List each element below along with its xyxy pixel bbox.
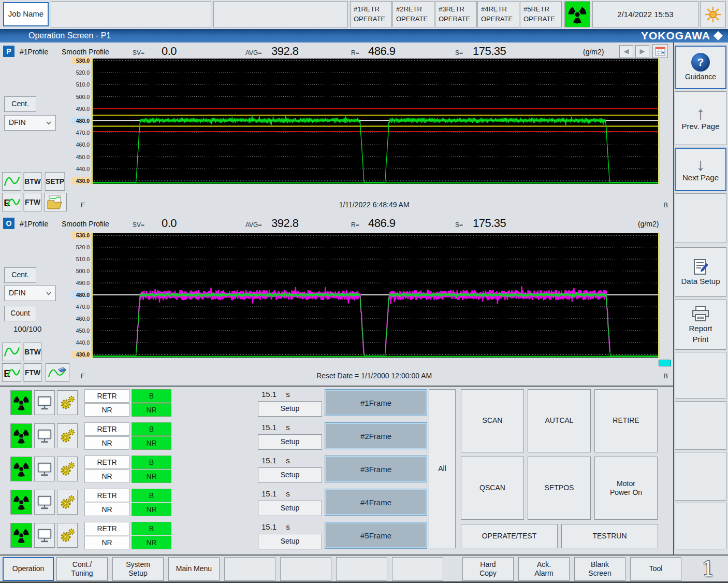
chart-p-wave-button[interactable] [2, 172, 21, 191]
detector-1-monitor-button[interactable] [34, 390, 55, 415]
detector-5-monitor-button[interactable] [34, 523, 55, 548]
chart-o-wave-button[interactable] [2, 343, 21, 361]
scan-time-value: 15.1 [261, 489, 276, 498]
data-setup-button[interactable]: Data Setup [675, 247, 726, 297]
scan-time-value: 15.1 [261, 522, 276, 531]
bottom-tab-system-setup[interactable]: System Setup [112, 557, 164, 581]
frame-1-button[interactable]: #1Frame [325, 389, 427, 416]
detector-4-monitor-button[interactable] [34, 490, 55, 515]
detector-2-monitor-button[interactable] [34, 423, 55, 448]
qscan-button[interactable]: QSCAN [461, 457, 524, 520]
radiation-icon [12, 460, 30, 478]
sidebar-empty-slot-2 [675, 352, 726, 399]
chart-o-count-value: 100/100 [13, 324, 41, 333]
bottom-tab-cont-tuning[interactable]: Cont./ Tuning [56, 557, 108, 581]
scan-label: SCAN [483, 416, 503, 425]
profile-prev-button[interactable]: ◀ [619, 45, 633, 58]
brightness-button[interactable] [700, 1, 726, 27]
retr-operate-cell-1: #1RETROPERATE [350, 1, 392, 27]
chart-p-setp-button[interactable]: SETP [45, 172, 65, 191]
frame-3-button[interactable]: #3Frame [325, 456, 427, 482]
detector-5-settings-button[interactable] [57, 523, 78, 548]
frame-2-button[interactable]: #2Frame [325, 422, 427, 449]
detector-5-radiation-button[interactable] [10, 523, 32, 548]
setpos-button[interactable]: SETPOS [528, 457, 591, 520]
chart-p-ftw-button[interactable]: FTW [24, 193, 42, 211]
frame-4-button[interactable]: #4Frame [325, 489, 427, 516]
testrun-button[interactable]: TESTRUN [561, 524, 658, 548]
radiation-icon [12, 527, 30, 544]
arrow-up-icon: ↑ [696, 105, 705, 121]
frame-2-setup-button[interactable]: Setup [258, 434, 322, 450]
chart-o-btw-button[interactable]: BTW [24, 343, 42, 361]
radiation-icon [12, 394, 30, 411]
detector-1-radiation-button[interactable] [10, 390, 32, 415]
profile-table-view-button[interactable] [652, 44, 668, 58]
detector-5-nr-cell: NR [84, 536, 129, 549]
monitor-icon [36, 428, 53, 444]
chart-p-channel-select[interactable]: DFIN [4, 115, 56, 131]
scan-button[interactable]: SCAN [461, 389, 524, 452]
chart-o-count-button[interactable]: Count [4, 306, 36, 321]
qscan-label: QSCAN [479, 484, 505, 493]
job-name-button[interactable]: Job Name [3, 2, 49, 26]
retire-button[interactable]: RETIRE [594, 389, 658, 452]
detector-3-radiation-button[interactable] [10, 457, 32, 481]
chart-p-s-value: 175.35 [473, 45, 506, 58]
detector-row-5: RETRNRBNR [0, 521, 176, 550]
chart-p-ytick-530: 530.0 [72, 57, 91, 64]
chart-o-ewave-button[interactable]: E [2, 363, 21, 382]
ack-alarm-button[interactable]: Ack. Alarm [518, 557, 570, 581]
report-print-label-line2: Print [693, 335, 709, 345]
chart-p-btw-button[interactable]: BTW [24, 172, 42, 191]
detector-4-settings-button[interactable] [57, 490, 78, 515]
frame-5-button[interactable]: #5Frame [325, 522, 427, 549]
autcal-label: AUTCAL [545, 416, 573, 425]
frame-4-setup-button[interactable]: Setup [258, 501, 322, 516]
bottom-tab-main-menu[interactable]: Main Menu [168, 557, 220, 581]
detector-2-settings-button[interactable] [57, 423, 78, 448]
chart-o-plot [91, 233, 660, 358]
chart-p-cent-button[interactable]: Cent. [4, 96, 36, 112]
detector-3-settings-button[interactable] [57, 457, 78, 481]
prev-page-button[interactable]: ↑ Prev. Page [675, 91, 726, 145]
all-frames-button[interactable]: All [429, 389, 456, 548]
frame-5-setup-button[interactable]: Setup [258, 534, 322, 549]
detector-3-monitor-button[interactable] [34, 457, 55, 481]
frame-3-setup-button[interactable]: Setup [258, 467, 322, 483]
detector-4-radiation-button[interactable] [10, 490, 32, 515]
chart-o-channel-select[interactable]: DFIN [4, 286, 56, 301]
operate-test-button[interactable]: OPERATE/TEST [461, 524, 558, 548]
guidance-button[interactable]: ? Guidance [675, 46, 726, 89]
autcal-button[interactable]: AUTCAL [528, 389, 591, 452]
hard-copy-button[interactable]: Hard Copy [462, 557, 514, 581]
chart-p-ewave-button[interactable]: E [2, 193, 21, 211]
chart-o-ftw-button[interactable]: FTW [24, 363, 42, 382]
chart-o-erase-trace-button[interactable] [46, 363, 69, 382]
detector-3-status-top-cell: B [132, 456, 171, 469]
gear-icon [59, 428, 76, 444]
title-bar: Operation Screen - P1 YOKOGAWA [0, 29, 728, 42]
blank-screen-button[interactable]: Blank Screen [574, 557, 625, 581]
chart-p-ftw-label: FTW [25, 197, 40, 207]
chart-o-cent-button[interactable]: Cent. [4, 267, 36, 283]
detector-row-2: RETRNRBNR [0, 422, 176, 451]
tool-button[interactable]: Tool [630, 557, 681, 581]
prev-page-label: Prev. Page [681, 122, 719, 132]
chart-p-file-button[interactable] [44, 193, 67, 211]
detector-1-settings-button[interactable] [57, 390, 78, 415]
profile-next-button[interactable]: ▶ [635, 45, 649, 58]
chart-o-unit-label: (g/m2) [638, 220, 659, 228]
frame-1-setup-button[interactable]: Setup [258, 401, 322, 417]
report-print-button[interactable]: Report Print [675, 300, 726, 350]
bottom-tab-operation[interactable]: Operation [3, 557, 54, 581]
motor-label-line2: Power On [610, 488, 642, 497]
next-page-button[interactable]: ↓ Next Page [675, 148, 726, 191]
chart-o-footer: F Reset Date = 1/1/2000 12:00:00 AM B [72, 369, 673, 382]
motor-power-on-button[interactable]: Motor Power On [594, 457, 658, 520]
frame-row-4: 15.1sSetup#4Frame [233, 488, 430, 517]
chart-o-s-value: 175.35 [473, 217, 506, 230]
testrun-label: TESTRUN [592, 532, 627, 541]
detector-2-radiation-button[interactable] [10, 423, 32, 448]
all-frames-label: All [438, 464, 446, 474]
